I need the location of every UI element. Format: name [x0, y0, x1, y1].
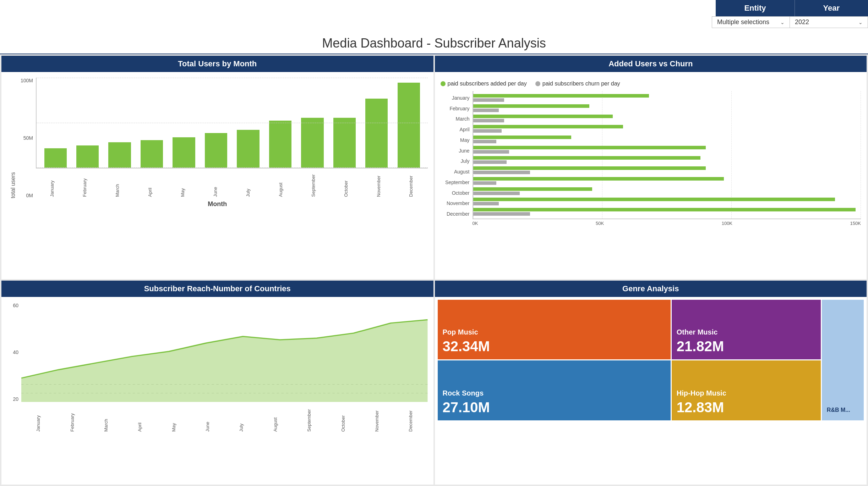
churn-y-label: January [441, 95, 470, 101]
x-label: February [69, 170, 101, 198]
churn-bar-row [473, 104, 861, 112]
total-users-panel: Total Users by Month total users 100M 50… [1, 56, 433, 279]
churn-x-labels: 0K 50K 100K 150K [473, 219, 861, 226]
churn-bar-added [473, 104, 590, 108]
reach-x-label: March [103, 403, 109, 432]
legend-row: paid subscribers added per day paid subs… [441, 78, 861, 91]
reach-x-label: July [239, 403, 244, 432]
churn-bar-added [473, 156, 701, 160]
bar-chart-container: total users 100M 50M 0M [7, 78, 428, 198]
x-label: March [101, 170, 134, 198]
churn-bar-churn [473, 150, 509, 154]
churn-bar-churn [473, 129, 502, 133]
churn-bar-row [473, 125, 861, 133]
legend-added: paid subscribers added per day [441, 81, 527, 87]
churn-y-label: March [441, 116, 470, 122]
churn-bar-churn [473, 171, 530, 174]
churn-bar-row [473, 114, 861, 123]
genre-cell-other: Other Music 21.82M [672, 300, 821, 360]
churn-bar-churn [473, 192, 520, 195]
churn-bar-churn [473, 140, 497, 143]
churn-bar-row [473, 135, 861, 144]
x-label: January [36, 170, 69, 198]
churn-bar-added [473, 198, 835, 201]
legend-churn: paid subscribers churn per day [535, 81, 620, 87]
genre-header: Genre Analysis [435, 281, 867, 297]
churn-bar-added [473, 94, 649, 98]
churn-bar-added [473, 136, 572, 139]
churn-y-label: October [441, 190, 470, 196]
genre-rnb-name: R&B M... [827, 407, 859, 413]
reach-x-label: January [36, 403, 41, 432]
reach-x-label: June [205, 403, 210, 432]
reach-chart-wrapper: 60 40 20 [7, 303, 428, 402]
reach-x-label: May [171, 403, 176, 432]
bar-group [328, 78, 360, 168]
genre-hiphop-name: Hip-Hop Music [677, 389, 816, 397]
x-axis-title: Month [7, 198, 428, 209]
churn-panel: Added Users vs Churn paid subscribers ad… [435, 56, 867, 279]
genre-hiphop-value: 12.83M [677, 399, 816, 415]
churn-bar-added [473, 166, 706, 170]
reach-svg [21, 303, 428, 402]
reach-x-labels: JanuaryFebruaryMarchAprilMayJuneJulyAugu… [21, 403, 428, 432]
bar-group [39, 78, 71, 168]
churn-y-labels: JanuaryFebruaryMarchAprilMayJuneJulyAugu… [441, 91, 473, 219]
bar [173, 137, 195, 168]
churn-bar-row [473, 94, 861, 102]
legend-added-dot [441, 81, 446, 86]
genre-pop-name: Pop Music [443, 328, 666, 336]
filter-header-wrapper: Entity Year [0, 0, 868, 16]
year-dropdown[interactable]: 2022 ⌄ [790, 16, 868, 28]
genre-rock-name: Rock Songs [443, 389, 666, 397]
bar-group [136, 78, 168, 168]
bar [237, 130, 259, 168]
churn-y-label: July [441, 158, 470, 164]
filter-dropdowns-wrapper: Multiple selections ⌄ 2022 ⌄ [0, 16, 868, 30]
churn-y-label: February [441, 106, 470, 111]
churn-y-label: December [441, 211, 470, 217]
bar [269, 121, 291, 168]
bar [365, 99, 388, 168]
churn-y-label: November [441, 200, 470, 206]
entity-dropdown[interactable]: Multiple selections ⌄ [712, 16, 790, 28]
dashboard: Entity Year Multiple selections ⌄ 2022 ⌄… [0, 0, 868, 486]
entity-chevron-icon: ⌄ [780, 20, 785, 25]
reach-x-label: February [70, 403, 75, 432]
churn-bar-row [473, 166, 861, 175]
filter-headers-grid: Entity Year [716, 0, 868, 16]
genre-other-value: 21.82M [677, 338, 816, 354]
entity-header: Entity [716, 0, 794, 16]
reach-body: 60 40 20 JanuaryFebruaryMarchAprilMayJun… [1, 297, 433, 485]
bar [301, 118, 323, 168]
genre-cell-rock: Rock Songs 27.10M [438, 360, 671, 420]
genre-other-name: Other Music [677, 328, 816, 336]
churn-y-label: April [441, 127, 470, 132]
churn-y-label: August [441, 169, 470, 175]
year-header: Year [795, 0, 868, 16]
churn-bar-churn [473, 181, 497, 185]
bar [76, 145, 99, 168]
y-labels: 100M 50M 0M [16, 78, 36, 198]
churn-bar-row [473, 208, 861, 216]
genre-cell-pop: Pop Music 32.34M [438, 300, 671, 360]
genre-panel: Genre Analysis Pop Music 32.34M Other Mu… [435, 281, 867, 485]
bar [108, 142, 131, 168]
bar [44, 148, 67, 168]
entity-value: Multiple selections [717, 18, 769, 26]
churn-body: paid subscribers added per day paid subs… [435, 72, 867, 279]
reach-panel: Subscriber Reach-Number of Countries 60 … [1, 281, 433, 485]
churn-bar-churn [473, 109, 499, 112]
bar [205, 133, 227, 168]
churn-y-label: May [441, 137, 470, 143]
bar-group [104, 78, 136, 168]
y-axis-label: total users [7, 78, 16, 198]
bar-group [264, 78, 296, 168]
year-chevron-icon: ⌄ [858, 20, 863, 25]
churn-y-label: September [441, 180, 470, 185]
x-label: May [166, 170, 199, 198]
churn-bars-area: JanuaryFebruaryMarchAprilMayJuneJulyAugu… [441, 91, 861, 219]
bar-group [71, 78, 103, 168]
x-labels: JanuaryFebruaryMarchAprilMayJuneJulyAugu… [36, 170, 428, 198]
legend-churn-label: paid subscribers churn per day [542, 81, 620, 87]
